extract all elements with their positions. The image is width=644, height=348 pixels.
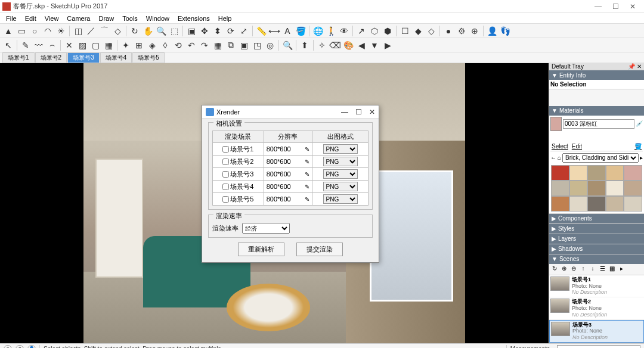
scene-checkbox[interactable] — [222, 159, 229, 165]
menu-tools[interactable]: Tools — [119, 15, 141, 22]
paint-tool[interactable]: 🪣 — [295, 25, 306, 37]
rect-tool[interactable]: ▭ — [16, 25, 27, 37]
reparse-button[interactable]: 重新解析 — [238, 243, 284, 256]
push-tool[interactable]: ⬍ — [212, 25, 224, 37]
circle2-tool[interactable]: ◎ — [264, 39, 276, 51]
pencil-tool[interactable]: ✎ — [20, 39, 32, 51]
align-tool[interactable]: ⊞ — [133, 39, 145, 51]
scene-checkbox[interactable] — [222, 146, 229, 153]
format-select[interactable]: PNG — [323, 194, 358, 204]
styles-header[interactable]: ▶ Styles — [549, 224, 644, 234]
material-swatch[interactable] — [624, 165, 642, 181]
material-swatch[interactable] — [569, 196, 588, 212]
diamond2-tool[interactable]: ◇ — [425, 25, 437, 37]
speed-select[interactable]: 经济 — [242, 223, 290, 234]
select2-tool[interactable]: ↖ — [2, 39, 14, 51]
cube2-tool[interactable]: ◳ — [251, 39, 263, 51]
info-icon[interactable]: ? — [4, 345, 12, 349]
thumbnails-icon[interactable]: ▦ — [608, 265, 616, 274]
paint2-tool[interactable]: 🎨 — [342, 39, 354, 51]
shadows-header[interactable]: ▶ Shadows — [549, 244, 644, 254]
material-swatch[interactable] — [624, 196, 642, 212]
material-swatch[interactable] — [606, 165, 624, 181]
orbit-tool[interactable]: ↻ — [129, 25, 141, 37]
move-down-icon[interactable]: ↓ — [589, 265, 597, 274]
edit-icon[interactable]: ✎ — [305, 171, 309, 178]
layers-header[interactable]: ▶ Layers — [549, 234, 644, 244]
arc-tool[interactable]: ◠ — [42, 25, 54, 37]
menu-draw[interactable]: Draw — [95, 15, 117, 22]
eyedropper-icon[interactable]: 💉 — [636, 120, 643, 127]
dialog-minimize-button[interactable]: — — [341, 108, 348, 116]
arc3-tool[interactable]: ⌢ — [46, 39, 58, 51]
menu-file[interactable]: File — [2, 15, 20, 22]
pan-tool[interactable]: ✋ — [142, 25, 154, 37]
rotate-tool[interactable]: ⟳ — [225, 25, 237, 37]
scene-tab[interactable]: 场景号1 — [2, 52, 35, 63]
cube-tool[interactable]: ◫ — [72, 25, 84, 37]
material-swatch[interactable] — [587, 165, 606, 181]
scene-list-item[interactable]: 场景号1 Photo: None No Description — [549, 275, 644, 297]
box2-tool[interactable]: ☐ — [399, 25, 411, 37]
edit-icon[interactable]: ✎ — [305, 146, 309, 153]
edit-icon[interactable]: ✎ — [305, 184, 309, 190]
scene-checkbox[interactable] — [222, 196, 229, 203]
material-swatch[interactable] — [587, 181, 606, 196]
select-tab[interactable]: Select — [552, 143, 568, 150]
extrude-tool[interactable]: ⬆ — [299, 39, 311, 51]
measurements-input[interactable] — [557, 345, 640, 349]
details-icon[interactable]: ▸ — [640, 154, 643, 161]
material-swatch[interactable] — [569, 181, 588, 196]
settings-tool[interactable]: ⚙ — [456, 25, 467, 37]
chevron-left-icon[interactable]: ◀ — [355, 39, 367, 51]
dialog-titlebar[interactable]: Xrender — ☐ ✕ — [202, 105, 379, 119]
person-tool[interactable]: 👤 — [486, 25, 498, 37]
tray-pin-icon[interactable]: 📌 ✕ — [628, 63, 642, 70]
box-tool[interactable]: ▣ — [185, 25, 197, 37]
select-tool[interactable]: ▲ — [2, 25, 14, 37]
scene-list-item[interactable]: 场景号2 Photo: None No Description — [549, 297, 644, 319]
material-swatch[interactable] — [606, 181, 624, 196]
menu-help[interactable]: Help — [215, 15, 236, 22]
home-icon[interactable]: ⌂ — [558, 154, 561, 161]
material-category-select[interactable]: Brick, Cladding and Siding — [562, 153, 639, 163]
circle-tool[interactable]: ○ — [29, 25, 41, 37]
material-swatch[interactable] — [587, 196, 606, 212]
zoom-tool[interactable]: 🔍 — [155, 25, 167, 37]
menu-extensions[interactable]: Extensions — [174, 15, 213, 22]
menu-icon[interactable]: ▸ — [617, 265, 626, 274]
grid2-tool[interactable]: ▦ — [212, 39, 224, 51]
addon2-tool[interactable]: ⬢ — [382, 25, 394, 37]
menu-edit[interactable]: Edit — [21, 15, 40, 22]
sun-tool[interactable]: ☀ — [55, 25, 67, 37]
current-material-swatch[interactable] — [550, 117, 562, 131]
dimension-tool[interactable]: ⟷ — [268, 25, 280, 37]
layers-tool[interactable]: ⧉ — [225, 39, 237, 51]
components-header[interactable]: ▶ Components — [549, 214, 644, 223]
down-icon[interactable]: ▼ — [369, 39, 380, 51]
material-swatch[interactable] — [624, 181, 642, 196]
menu-camera[interactable]: Camera — [63, 15, 94, 22]
move-tool[interactable]: ✥ — [199, 25, 210, 37]
format-select[interactable]: PNG — [323, 144, 358, 154]
scene-checkbox[interactable] — [222, 184, 229, 190]
scenes-header[interactable]: ▼ Scenes — [549, 254, 644, 264]
back-icon[interactable]: ← — [550, 154, 556, 161]
shape-tool[interactable]: ◇ — [112, 25, 123, 37]
footprint-tool[interactable]: 👣 — [499, 25, 511, 37]
move-up-icon[interactable]: ↑ — [579, 265, 587, 274]
credit-icon[interactable]: 👤 — [27, 345, 36, 349]
maximize-button[interactable]: ☐ — [612, 2, 619, 11]
arc2-tool[interactable]: ⌒ — [98, 25, 110, 37]
material-swatch[interactable] — [551, 165, 569, 181]
edit-tab[interactable]: Edit — [572, 143, 582, 150]
geo-icon[interactable]: ⊕ — [16, 345, 24, 349]
search-tool[interactable]: 🔍 — [281, 39, 293, 51]
scene-checkbox[interactable] — [222, 171, 229, 178]
close-button[interactable]: ✕ — [630, 2, 636, 11]
freehand-tool[interactable]: 〰 — [33, 39, 45, 51]
chevron-right-icon[interactable]: ▶ — [382, 39, 394, 51]
format-select[interactable]: PNG — [323, 182, 358, 191]
grid-tool[interactable]: ▦ — [103, 39, 114, 51]
material-swatch[interactable] — [606, 196, 624, 212]
